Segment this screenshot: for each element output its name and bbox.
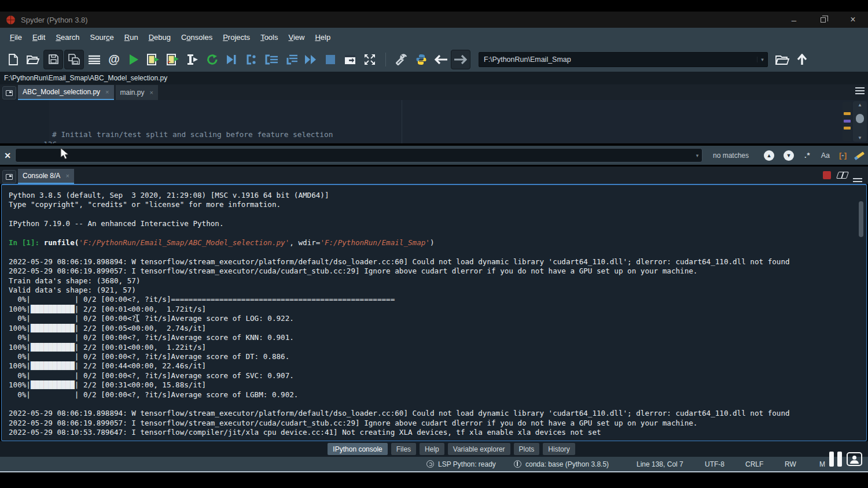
restore-button[interactable] — [810, 12, 836, 28]
console-line: In [1]: runfile('F:/PythonRun/Email_Smap… — [9, 238, 790, 247]
find-next-button[interactable]: ▼ — [784, 150, 794, 161]
find-previous-button[interactable]: ▲ — [764, 150, 774, 161]
working-directory-value: F:\PythonRun\Email_Smap — [479, 56, 757, 64]
recorder-webcam-button[interactable] — [847, 452, 862, 466]
file-switcher-button[interactable] — [84, 50, 104, 69]
pane-tab-ipython-console[interactable]: IPython console — [328, 443, 387, 455]
tab-close-icon[interactable]: × — [150, 89, 153, 96]
save-file-button[interactable] — [43, 50, 63, 69]
menu-source[interactable]: Source — [85, 31, 119, 44]
menu-file[interactable]: File — [5, 31, 27, 44]
menu-run[interactable]: Run — [119, 31, 144, 44]
warning-mark — [844, 112, 851, 115]
tab-label: ABC_Model_selection.py — [23, 88, 100, 96]
menu-debug[interactable]: Debug — [144, 31, 176, 44]
tab-console-8a[interactable]: Console 8/A × — [18, 169, 74, 184]
open-file-button[interactable] — [23, 50, 43, 69]
step-over-button[interactable] — [262, 50, 281, 69]
new-file-button[interactable] — [3, 50, 23, 69]
column-ruler — [402, 100, 402, 143]
menu-search[interactable]: Search — [50, 31, 84, 44]
editor-options-menu-button[interactable] — [855, 87, 865, 94]
close-button[interactable]: × — [840, 12, 866, 28]
run-cell-advance-button[interactable] — [163, 50, 183, 69]
interrupt-kernel-button[interactable] — [823, 171, 831, 179]
tab-close-icon[interactable]: × — [105, 88, 109, 95]
stop-debugging-button[interactable] — [321, 50, 340, 69]
find-close-button[interactable]: ✕ — [0, 151, 15, 160]
step-return-button[interactable] — [281, 50, 301, 69]
cursor-position-status: Line 138, Col 7 — [637, 457, 683, 471]
interpreter-status[interactable]: conda: base (Python 3.8.5) — [514, 457, 609, 471]
minimize-button[interactable]: – — [781, 12, 807, 28]
main-toolbar: @ — [0, 47, 868, 72]
occurrence-mark — [844, 120, 851, 123]
console-line: 0%| | 0/2 [00:00<?, ?it/s]==============… — [9, 295, 790, 304]
run-cell-button[interactable] — [144, 50, 163, 69]
editor-tab-bar: ABC_Model_selection.py × main.py × — [0, 84, 868, 100]
find-input[interactable] — [16, 151, 693, 160]
chevron-down-icon[interactable]: ▾ — [757, 57, 767, 62]
parent-directory-button[interactable] — [792, 50, 812, 69]
console-line: 0%| | 0/2 [00:00<?, ?it/s]Average score … — [9, 333, 790, 342]
tab-main-py[interactable]: main.py × — [116, 85, 158, 100]
menu-consoles[interactable]: Consoles — [176, 31, 218, 44]
forward-button[interactable] — [451, 50, 470, 69]
browse-working-directory-button[interactable] — [773, 50, 792, 69]
highlight-matches-button[interactable] — [855, 150, 865, 160]
status-bar: LSP Python: ready conda: base (Python 3.… — [0, 457, 868, 472]
editor-browse-tabs-button[interactable] — [2, 86, 16, 99]
pane-tab-plots[interactable]: Plots — [514, 443, 540, 455]
chevron-down-icon[interactable]: ▾ — [693, 153, 702, 158]
menu-edit[interactable]: Edit — [27, 31, 50, 44]
pane-tab-variable-explorer[interactable]: Variable explorer — [448, 443, 510, 455]
fullscreen-button[interactable] — [360, 50, 380, 69]
ipython-console[interactable]: Python 3.8.5 (default, Sep 3 2020, 21:29… — [1, 184, 867, 441]
console-browse-tabs-button[interactable] — [2, 170, 16, 183]
console-scrollbar-thumb[interactable] — [859, 201, 863, 237]
save-all-button[interactable] — [64, 50, 84, 69]
tab-label: main.py — [120, 88, 145, 97]
run-selection-button[interactable] — [183, 50, 203, 69]
editor-scrollbar-thumb[interactable] — [856, 114, 864, 123]
menu-view[interactable]: View — [283, 31, 310, 44]
python-path-manager-button[interactable] — [411, 50, 431, 69]
mouse-cursor — [60, 147, 69, 160]
console-line: 100%|██████████| 2/2 [00:31<00:00, 15.88… — [9, 380, 790, 390]
working-directory-combobox[interactable]: F:\PythonRun\Email_Smap ▾ — [479, 52, 768, 67]
run-file-button[interactable] — [124, 50, 144, 69]
case-sensitive-toggle-button[interactable]: Aa — [821, 151, 830, 160]
pane-tab-help[interactable]: Help — [420, 443, 444, 455]
menu-tools[interactable]: Tools — [255, 31, 283, 44]
re-run-button[interactable] — [203, 50, 222, 69]
browse-tabs-icon — [6, 174, 13, 180]
pane-tab-files[interactable]: Files — [391, 443, 416, 455]
menu-bar: FileEditSearchSourceRunDebugConsolesProj… — [0, 28, 868, 47]
window-title: Spyder (Python 3.8) — [21, 16, 88, 24]
console-line — [9, 229, 790, 238]
permissions-status: RW — [785, 457, 796, 471]
console-line: 0%| | 0/2 [00:00<?, ?it/s]Average score … — [9, 390, 790, 400]
scroll-down-icon[interactable]: ▼ — [853, 135, 867, 141]
back-button[interactable] — [431, 50, 451, 69]
recorder-pause-button[interactable] — [827, 450, 844, 468]
menu-projects[interactable]: Projects — [218, 31, 255, 44]
continue-execution-button[interactable] — [301, 50, 321, 69]
whole-words-toggle-button[interactable]: [-] — [839, 151, 847, 160]
preferences-button[interactable] — [392, 50, 411, 69]
tab-close-icon[interactable]: × — [65, 172, 69, 179]
maximize-pane-button[interactable] — [340, 50, 360, 69]
code-editor[interactable]: 136 # Initial train/test split and scali… — [0, 100, 868, 143]
symbol-finder-button[interactable]: @ — [104, 50, 124, 69]
console-line: 0%| | 0/2 [00:00<?, ?it/s]Average score … — [9, 352, 790, 361]
menu-help[interactable]: Help — [310, 31, 336, 44]
scroll-up-icon[interactable]: ▲ — [853, 102, 867, 108]
find-status: no matches — [713, 151, 755, 160]
lsp-icon — [426, 460, 434, 468]
tab-abc-model-selection[interactable]: ABC_Model_selection.py × — [18, 85, 114, 100]
editor-scrollbar[interactable]: ▲ ▼ — [853, 101, 867, 142]
regex-toggle-button[interactable]: .* — [804, 151, 811, 160]
pane-tab-history[interactable]: History — [543, 443, 575, 455]
debug-cell-button[interactable] — [242, 50, 262, 69]
debug-file-button[interactable] — [222, 50, 242, 69]
